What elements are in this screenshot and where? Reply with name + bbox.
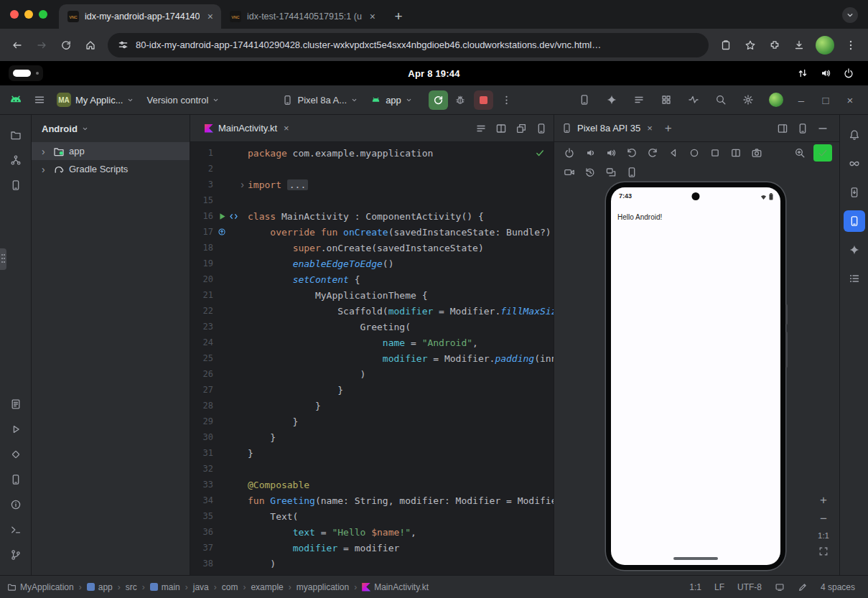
code-text[interactable]: @Composable [248, 480, 309, 490]
tab-search-button[interactable] [842, 7, 858, 23]
macos-fullscreen-button[interactable] [39, 10, 47, 19]
zoom-out-button[interactable]: − [820, 513, 827, 525]
version-control-button[interactable] [5, 544, 27, 566]
code-text[interactable]: class MainActivity : ComponentActivity()… [248, 211, 484, 222]
zoom-in-button[interactable]: + [820, 494, 827, 506]
status-utf-8[interactable]: UTF-8 [737, 582, 762, 592]
clipboard-button[interactable] [714, 34, 737, 57]
window-close-button[interactable]: × [839, 89, 861, 111]
monitor-button[interactable] [684, 90, 703, 109]
screen-button[interactable] [775, 582, 785, 592]
code-text[interactable]: override fun onCreate(savedInstanceState… [248, 227, 554, 238]
commit-button[interactable] [5, 149, 27, 171]
code-text[interactable]: } [248, 401, 321, 411]
hide-button[interactable] [813, 119, 832, 138]
logcat-button[interactable] [5, 393, 27, 415]
back-button[interactable] [6, 34, 29, 57]
terminal-button[interactable] [5, 519, 27, 541]
device-manager-button[interactable] [575, 90, 594, 109]
code-text[interactable]: package com.example.myapplication [248, 148, 433, 159]
notifications-button[interactable] [844, 124, 865, 146]
add-device-tab-button[interactable]: + [659, 119, 678, 138]
address-bar[interactable]: 80-idx-my-android-app-1744140290428.clus… [108, 33, 709, 57]
camera-button[interactable] [747, 144, 766, 162]
code-text[interactable]: import ... [248, 179, 308, 190]
split-button[interactable] [492, 119, 510, 138]
code-text[interactable]: } [248, 416, 298, 427]
app-inspection-button[interactable] [657, 90, 676, 109]
user-avatar[interactable] [769, 93, 783, 107]
more-v-button[interactable] [532, 119, 551, 138]
nav-home-button[interactable] [685, 144, 704, 162]
window-maximize-button[interactable]: □ [815, 89, 836, 111]
displays-button[interactable] [602, 164, 620, 181]
site-settings-icon[interactable] [118, 39, 129, 50]
code-text[interactable]: fun Greeting(name: String, modifier: Mod… [248, 495, 554, 506]
code-text[interactable]: Greeting( [248, 322, 411, 332]
breadcrumb-item[interactable]: src [126, 582, 137, 592]
compose-preview-icon[interactable] [229, 212, 238, 221]
tool-window-handle[interactable] [0, 248, 6, 270]
toolbar-more-button[interactable] [498, 90, 516, 109]
rotate-cw-button[interactable] [643, 144, 662, 162]
run-button[interactable] [5, 419, 27, 440]
code-text[interactable]: text = "Hello $name!", [248, 527, 416, 538]
close-tab-icon[interactable]: × [368, 11, 378, 22]
power-button[interactable] [560, 144, 579, 162]
phone-gesture-bar[interactable] [673, 557, 718, 560]
menu-v-button[interactable] [839, 34, 862, 57]
new-tab-button[interactable]: + [388, 6, 409, 27]
emulator-phone-frame[interactable]: 7:43 Hello Android! [606, 182, 785, 570]
structure-button[interactable] [844, 268, 865, 289]
editor-tab-mainactivity[interactable]: MainActivity.kt × [197, 115, 298, 141]
tree-item-gradle-scripts[interactable]: ›Gradle Scripts [32, 160, 190, 178]
forward-button[interactable] [30, 34, 53, 57]
project-button[interactable] [5, 124, 27, 146]
device-selector[interactable]: Pixel 8a A... [277, 92, 363, 108]
code-area[interactable]: 1package com.example.myapplication23›imp… [190, 142, 554, 575]
volume-button[interactable] [816, 64, 835, 83]
more-v-button[interactable] [622, 164, 641, 181]
breadcrumb-item[interactable]: MainActivity.kt [362, 582, 429, 592]
running-devices-button[interactable] [844, 210, 865, 232]
profiler-button[interactable] [844, 153, 865, 174]
profile-avatar[interactable] [816, 36, 834, 55]
close-tab-icon[interactable]: × [205, 11, 215, 22]
layout-button[interactable] [773, 119, 792, 138]
reload-button[interactable] [55, 34, 78, 57]
device-explorer-button[interactable] [844, 182, 865, 203]
close-editor-tab-icon[interactable]: × [282, 123, 291, 134]
status-lf[interactable]: LF [714, 582, 724, 592]
browser-tab[interactable]: VNCidx-my-android-app-1744140× [59, 4, 221, 29]
run-configuration[interactable]: app [365, 92, 417, 108]
build-variants-button[interactable] [630, 90, 648, 109]
file-list-button[interactable] [472, 119, 490, 138]
zoom-mode-button[interactable] [790, 144, 809, 162]
project-view-selector[interactable]: Android [32, 115, 190, 142]
status-1-1[interactable]: 1:1 [689, 582, 701, 592]
breadcrumb-item[interactable]: main [150, 582, 180, 592]
breadcrumb-item[interactable]: java [193, 582, 209, 592]
code-text[interactable]: setContent { [248, 274, 360, 285]
devices-button[interactable] [5, 469, 27, 490]
chevron-right-icon[interactable]: › [42, 164, 49, 174]
more-h-button[interactable] [5, 174, 27, 196]
gemini-button[interactable] [602, 90, 621, 109]
build-button[interactable] [5, 444, 27, 465]
code-text[interactable]: Text( [248, 511, 298, 522]
breadcrumb-item[interactable]: myapplication [297, 582, 349, 592]
problems-button[interactable] [5, 494, 27, 515]
breadcrumb-item[interactable]: example [251, 582, 283, 592]
gemini-button[interactable] [844, 239, 865, 261]
macos-minimize-button[interactable] [24, 10, 33, 19]
close-device-tab-icon[interactable]: × [645, 123, 654, 134]
code-text[interactable]: } [248, 432, 276, 443]
rerun-button[interactable] [429, 90, 448, 110]
inspection-ok-icon[interactable] [535, 148, 545, 158]
zoom-scale-label[interactable]: 1:1 [818, 531, 829, 540]
macos-close-button[interactable] [10, 10, 19, 19]
code-text[interactable]: super.onCreate(savedInstanceState) [248, 243, 484, 253]
vol-down-button[interactable] [581, 144, 599, 162]
code-text[interactable]: enableEdgeToEdge() [248, 258, 394, 269]
snapshot-button[interactable] [581, 164, 599, 181]
